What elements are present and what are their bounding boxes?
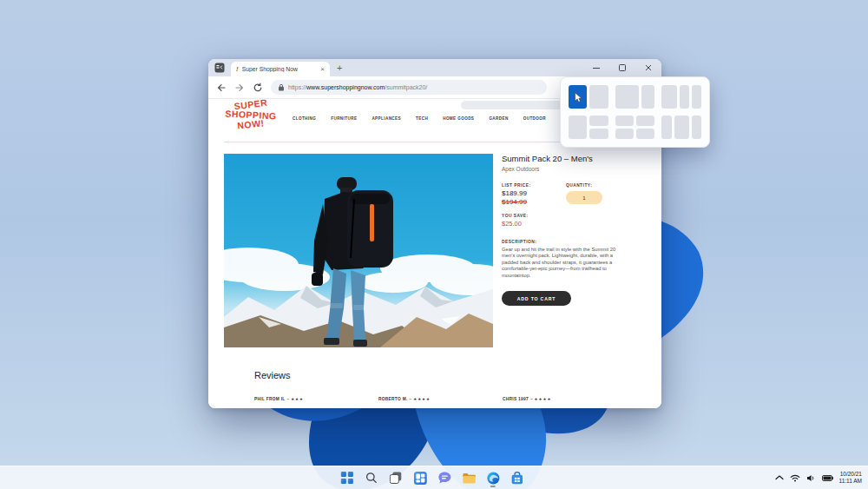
start-button[interactable] [339, 468, 356, 487]
snap-zone[interactable] [692, 85, 701, 109]
nav-link[interactable]: OUTDOOR [523, 116, 546, 121]
reviewer-name: CHRIS 1997 [503, 397, 529, 401]
battery-icon[interactable] [822, 475, 833, 481]
snap-layout-two-columns-wide-left[interactable] [615, 85, 655, 109]
edge-button[interactable] [484, 468, 502, 487]
add-to-cart-button[interactable]: ADD TO CART [502, 291, 571, 306]
url-text: https://www.supershoppingnow.com/summitp… [288, 84, 427, 90]
you-save-label: YOU SAVE: [502, 214, 616, 218]
taskbar-clock[interactable]: 10/20/21 11:11 AM [839, 471, 863, 485]
browser-tab[interactable]: ! Super Shopping Now × [231, 62, 330, 76]
snap-zone[interactable] [615, 116, 634, 126]
current-price: $189.99 [502, 189, 562, 198]
chat-button[interactable] [436, 468, 453, 487]
snap-zone[interactable] [692, 116, 701, 139]
snap-layout-two-columns[interactable] [569, 85, 608, 109]
maximize-icon[interactable] [618, 63, 627, 72]
store-button[interactable] [509, 468, 526, 487]
address-bar[interactable]: https://www.supershoppingnow.com/summitp… [271, 80, 547, 95]
snap-zone[interactable] [589, 85, 608, 109]
reviewer-name: ROBERTO M. [378, 397, 408, 401]
snap-zone[interactable] [641, 85, 655, 109]
description-label: DESCRIPTION: [502, 240, 616, 244]
snap-zone[interactable] [589, 116, 608, 126]
reviews-heading: Reviews [254, 370, 646, 380]
site-favicon: ! [236, 65, 239, 73]
refresh-icon[interactable] [253, 83, 263, 93]
snap-layout-four-quadrants[interactable] [615, 116, 655, 139]
nav-link[interactable]: GARDEN [489, 116, 508, 121]
quantity-stepper[interactable]: 1 [566, 191, 602, 204]
snap-zone[interactable] [569, 116, 587, 139]
list-price-label: LIST PRICE: [502, 183, 562, 188]
tray-time: 11:11 AM [839, 478, 863, 485]
back-icon[interactable] [216, 83, 227, 93]
tab-title: Super Shopping Now [242, 66, 318, 72]
search-icon [365, 472, 378, 484]
nav-link[interactable]: HOME GOODS [443, 116, 474, 121]
chevron-up-icon[interactable] [775, 475, 784, 480]
widgets-button[interactable] [411, 468, 429, 487]
cursor-icon [574, 92, 582, 102]
snap-layout-three-columns-wide-left[interactable] [661, 85, 701, 109]
store-icon [511, 472, 523, 485]
product-title: Summit Pack 20 – Men's [502, 154, 616, 163]
close-icon[interactable] [644, 63, 653, 72]
review-item: CHRIS 1997–★★★★ Was a little worried abo… [503, 388, 612, 408]
snap-zone[interactable] [674, 116, 689, 139]
search-button[interactable] [363, 468, 380, 487]
tab-close-icon[interactable]: × [320, 66, 325, 73]
star-rating: ★★★ [291, 397, 304, 401]
star-rating: ★★★★ [535, 397, 552, 401]
task-view-button[interactable] [387, 468, 404, 487]
widgets-icon [413, 472, 426, 485]
snap-zone[interactable] [615, 85, 639, 109]
snap-zone[interactable] [615, 129, 634, 139]
forward-icon[interactable] [234, 83, 245, 93]
reviews-list: PHIL FROM IL–★★★ Took this on a recent o… [254, 388, 646, 408]
file-explorer-button[interactable] [460, 468, 477, 487]
product-details: Summit Pack 20 – Men's Apex Outdoors LIS… [502, 154, 616, 306]
task-view-icon [390, 472, 402, 484]
active-app-indicator [490, 486, 496, 487]
product-brand: Apex Outdoors [502, 166, 616, 172]
snap-layout-left-half-right-stacked[interactable] [569, 116, 608, 139]
taskbar: 10/20/21 11:11 AM [0, 466, 868, 489]
snap-layouts-flyout [560, 76, 710, 148]
snap-zone[interactable] [661, 116, 671, 139]
you-save-value: $25.00 [502, 220, 616, 228]
nav-link[interactable]: TECH [416, 116, 428, 121]
new-tab-icon[interactable]: + [337, 62, 342, 74]
snap-zone[interactable] [636, 116, 654, 126]
review-item: ROBERTO M.–★★★★ This pack is top quality… [378, 388, 488, 408]
review-item: PHIL FROM IL–★★★ Took this on a recent o… [254, 388, 364, 408]
reviews-section: Reviews PHIL FROM IL–★★★ Took this on a … [254, 370, 646, 408]
original-price: $194.99 [502, 198, 562, 207]
lock-icon [278, 83, 285, 91]
description-text: Gear up and hit the trail in style with … [502, 247, 616, 279]
tab-strip: ! Super Shopping Now × + [208, 59, 661, 76]
nav-link[interactable]: APPLIANCES [372, 116, 401, 121]
file-explorer-icon [462, 472, 475, 484]
volume-icon[interactable] [806, 474, 816, 482]
snap-zone[interactable] [636, 129, 654, 139]
edge-icon [486, 472, 499, 485]
snap-layout-three-columns-wide-center[interactable] [661, 116, 701, 139]
site-nav: CLOTHINGFURNITUREAPPLIANCESTECHHOME GOOD… [293, 116, 546, 121]
chat-icon [437, 472, 450, 484]
snap-zone-active[interactable] [569, 85, 587, 109]
snap-zone[interactable] [589, 129, 608, 139]
vertical-tabs-icon[interactable] [214, 63, 225, 73]
nav-link[interactable]: FURNITURE [331, 116, 357, 121]
site-logo[interactable]: SUPER SHOPPING NOW! [217, 100, 285, 130]
tray-date: 10/20/21 [839, 471, 863, 478]
windows-logo-icon [341, 472, 353, 484]
nav-link[interactable]: CLOTHING [293, 116, 316, 121]
quantity-label: QUANTITY: [566, 183, 602, 188]
product-image [224, 154, 493, 347]
reviewer-name: PHIL FROM IL [254, 397, 286, 401]
minimize-icon[interactable] [592, 63, 601, 72]
snap-zone[interactable] [661, 85, 677, 109]
snap-zone[interactable] [680, 85, 689, 109]
wifi-icon[interactable] [790, 474, 800, 482]
